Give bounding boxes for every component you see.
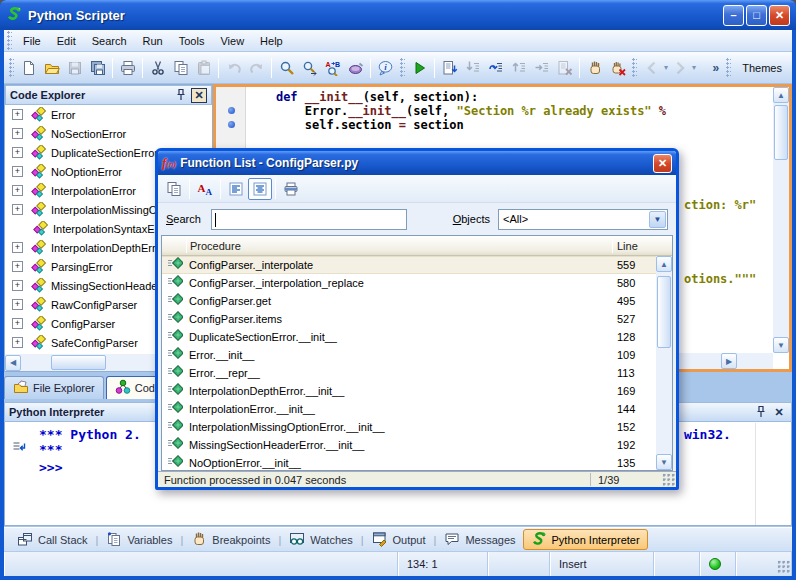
objects-dropdown[interactable]: <All> ▼ — [498, 209, 668, 230]
find-button[interactable] — [275, 57, 298, 79]
procedure-row[interactable]: Error.__repr__113 — [162, 364, 656, 382]
procedure-row[interactable]: ConfigParser.items527 — [162, 310, 656, 328]
close-button[interactable]: ✕ — [769, 5, 790, 26]
print-preview-button[interactable] — [279, 178, 303, 200]
back-button[interactable] — [640, 57, 663, 79]
clear-breakpoints-button[interactable] — [606, 57, 629, 79]
scroll-thumb[interactable] — [51, 355, 106, 370]
expand-icon[interactable]: + — [12, 185, 23, 196]
step-over-button[interactable] — [484, 57, 507, 79]
scroll-thumb[interactable] — [657, 276, 671, 348]
tree-item[interactable]: +Error — [5, 105, 212, 124]
help-info-button[interactable]: i — [374, 57, 397, 79]
dialog-close-button[interactable]: ✕ — [653, 154, 672, 173]
layout-center-button[interactable] — [248, 178, 272, 200]
bottom-tab-variables[interactable]: Variables — [99, 529, 179, 550]
menu-edit[interactable]: Edit — [49, 32, 84, 50]
pin-icon[interactable] — [173, 88, 189, 103]
step-into-button[interactable] — [461, 57, 484, 79]
bottom-tab-call-stack[interactable]: Call Stack — [10, 529, 95, 550]
menu-run[interactable]: Run — [135, 32, 171, 50]
bottom-tab-breakpoints[interactable]: Breakpoints — [184, 529, 277, 550]
expand-icon[interactable]: + — [12, 318, 23, 329]
scroll-left-icon[interactable]: ◀ — [5, 355, 21, 371]
close-panel-icon[interactable]: ✕ — [771, 405, 787, 420]
bottom-tab-messages[interactable]: Messages — [437, 529, 522, 550]
procedure-row[interactable]: InterpolationDepthError.__init__169 — [162, 382, 656, 400]
procedure-row[interactable]: ConfigParser._interpolation_replace580 — [162, 274, 656, 292]
list-vertical-scrollbar[interactable]: ▲ ▼ — [656, 256, 672, 470]
list-header[interactable]: Procedure Line — [162, 236, 672, 256]
print-button[interactable] — [116, 57, 139, 79]
toggle-breakpoint-button[interactable] — [583, 57, 606, 79]
procedure-row[interactable]: ConfigParser.get495 — [162, 292, 656, 310]
expand-icon[interactable]: + — [12, 337, 23, 348]
forward-button[interactable] — [668, 57, 691, 79]
bottom-tab-watches[interactable]: Watches — [282, 529, 359, 550]
scroll-up-icon[interactable]: ▲ — [656, 256, 672, 272]
expand-icon[interactable]: + — [12, 109, 23, 120]
scroll-down-icon[interactable]: ▼ — [773, 337, 789, 353]
open-file-button[interactable] — [40, 57, 63, 79]
column-procedure[interactable]: Procedure — [190, 240, 241, 252]
replace-button[interactable]: AB — [321, 57, 344, 79]
procedure-row[interactable]: Error.__init__109 — [162, 346, 656, 364]
execute-selection-button[interactable] — [438, 57, 461, 79]
pin-icon[interactable] — [753, 405, 769, 420]
bottom-tab-output[interactable]: Output — [365, 529, 433, 550]
toolbar-grip[interactable] — [726, 58, 731, 78]
redo-button[interactable] — [245, 57, 268, 79]
step-out-button[interactable] — [507, 57, 530, 79]
menu-search[interactable]: Search — [84, 32, 135, 50]
find-next-button[interactable] — [298, 57, 321, 79]
procedure-row[interactable]: NoOptionError.__init__135 — [162, 454, 656, 470]
scroll-down-icon[interactable]: ▼ — [656, 454, 672, 470]
bottom-tab-python[interactable]: Python Interpreter — [523, 529, 648, 550]
toolbar-grip[interactable] — [400, 58, 405, 78]
themes-button[interactable]: Themes — [734, 59, 790, 77]
run-button[interactable] — [408, 57, 431, 79]
procedure-row[interactable]: ConfigParser._interpolate559 — [162, 256, 656, 274]
menu-help[interactable]: Help — [252, 32, 291, 50]
expand-icon[interactable]: + — [12, 166, 23, 177]
abort-debug-button[interactable] — [553, 57, 576, 79]
toolbar-overflow-icon[interactable]: » — [709, 61, 724, 75]
maximize-button[interactable]: □ — [746, 5, 767, 26]
syntax-highlight-button[interactable] — [344, 57, 367, 79]
menu-grip[interactable] — [7, 31, 12, 51]
expand-icon[interactable]: + — [12, 299, 23, 310]
layout-left-button[interactable] — [224, 178, 248, 200]
copy-button[interactable] — [162, 178, 186, 200]
editor-vertical-scrollbar[interactable]: ▲ ▼ — [773, 87, 789, 353]
menu-file[interactable]: File — [15, 32, 49, 50]
dialog-resize-grip[interactable] — [662, 473, 675, 486]
tab-file-explorer[interactable]: File Explorer — [4, 376, 104, 399]
menu-view[interactable]: View — [212, 32, 252, 50]
paste-button[interactable] — [192, 57, 215, 79]
menu-tools[interactable]: Tools — [171, 32, 213, 50]
expand-icon[interactable]: + — [12, 128, 23, 139]
minimize-button[interactable]: – — [723, 5, 744, 26]
expand-icon[interactable]: + — [12, 280, 23, 291]
save-button[interactable] — [63, 57, 86, 79]
resize-grip[interactable] — [777, 560, 790, 573]
expand-icon[interactable]: + — [12, 261, 23, 272]
close-panel-icon[interactable]: ✕ — [191, 88, 207, 103]
match-case-button[interactable]: AA — [193, 178, 217, 200]
procedure-row[interactable]: InterpolationError.__init__144 — [162, 400, 656, 418]
expand-icon[interactable]: + — [12, 242, 23, 253]
toolbar-grip[interactable] — [9, 58, 14, 78]
expand-icon[interactable]: + — [12, 147, 23, 158]
save-all-button[interactable] — [86, 57, 109, 79]
tree-item[interactable]: +NoSectionError — [5, 124, 212, 143]
column-line[interactable]: Line — [617, 240, 638, 252]
search-input[interactable] — [211, 209, 407, 230]
scroll-right-icon[interactable]: ▶ — [721, 353, 737, 369]
chevron-down-icon[interactable]: ▼ — [649, 211, 666, 228]
toolbar-grip[interactable] — [632, 58, 637, 78]
procedure-row[interactable]: InterpolationMissingOptionError.__init__… — [162, 418, 656, 436]
procedure-row[interactable]: MissingSectionHeaderError.__init__192 — [162, 436, 656, 454]
copy-button[interactable] — [169, 57, 192, 79]
procedure-row[interactable]: DuplicateSectionError.__init__128 — [162, 328, 656, 346]
cut-button[interactable] — [146, 57, 169, 79]
